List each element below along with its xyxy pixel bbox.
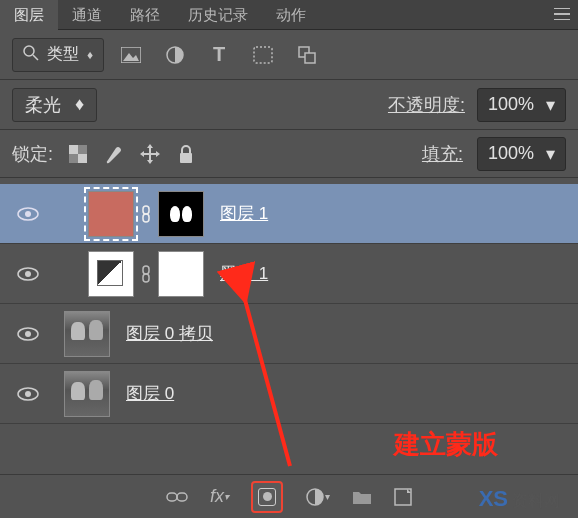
filter-adjust-icon[interactable] [164, 44, 186, 66]
link-icon[interactable] [134, 205, 158, 223]
lock-transparency-icon[interactable] [67, 143, 89, 165]
tab-layers[interactable]: 图层 [0, 0, 58, 30]
layer-thumb[interactable] [64, 311, 110, 357]
lock-label: 锁定: [12, 142, 53, 166]
layer-name[interactable]: 图层 0 [110, 382, 174, 405]
opacity-label: 不透明度: [388, 93, 465, 117]
opacity-input[interactable]: 100% ▾ [477, 88, 566, 122]
visibility-icon[interactable] [0, 387, 56, 401]
visibility-icon[interactable] [0, 327, 56, 341]
link-icon[interactable] [134, 265, 158, 283]
svg-rect-9 [78, 154, 87, 163]
svg-rect-8 [69, 145, 78, 154]
svg-rect-15 [143, 206, 149, 214]
group-icon[interactable] [352, 489, 372, 505]
filter-image-icon[interactable] [120, 44, 142, 66]
layer-row[interactable]: 图层 0 [0, 364, 578, 424]
svg-marker-3 [123, 53, 139, 61]
svg-rect-12 [180, 153, 192, 163]
layer-row[interactable]: 图层 1 [0, 184, 578, 244]
svg-point-24 [25, 391, 31, 397]
filter-type-label: 类型 [47, 44, 79, 65]
mask-thumb[interactable] [158, 191, 204, 237]
svg-rect-5 [254, 47, 272, 63]
fill-input[interactable]: 100% ▾ [477, 137, 566, 171]
lock-row: 锁定: 填充: 100% ▾ [0, 130, 578, 178]
visibility-icon[interactable] [0, 267, 56, 281]
layer-name[interactable]: 图层 0 拷贝 [110, 322, 213, 345]
link-layers-icon[interactable] [166, 490, 188, 504]
panel-tabs: 图层 通道 路径 历史记录 动作 [0, 0, 578, 30]
svg-rect-11 [69, 154, 78, 163]
svg-point-14 [25, 211, 31, 217]
svg-point-18 [25, 271, 31, 277]
svg-rect-19 [143, 266, 149, 274]
svg-rect-20 [143, 274, 149, 282]
opacity-value: 100% [488, 94, 534, 115]
filter-type-icon[interactable]: T [208, 44, 230, 66]
watermark-text: 资料网 [512, 491, 560, 512]
lock-paint-icon[interactable] [103, 143, 125, 165]
svg-rect-16 [143, 214, 149, 222]
filter-shape-icon[interactable] [252, 44, 274, 66]
watermark-brand: XS [479, 486, 508, 512]
fill-value: 100% [488, 143, 534, 164]
svg-line-1 [33, 55, 38, 60]
filter-type-dropdown[interactable]: 类型 ♦ [12, 38, 104, 72]
layer-list: 图层 1 黑白 1 图层 0 拷贝 [0, 178, 578, 424]
layer-thumb[interactable] [64, 371, 110, 417]
add-mask-button[interactable] [251, 481, 283, 513]
layer-thumb[interactable] [88, 191, 134, 237]
tab-actions[interactable]: 动作 [262, 0, 320, 30]
new-layer-icon[interactable] [394, 488, 412, 506]
svg-rect-7 [305, 53, 315, 63]
layer-name[interactable]: 图层 1 [204, 202, 268, 225]
visibility-icon[interactable] [0, 207, 56, 221]
watermark: XS 资料网 [479, 486, 560, 512]
blend-mode-value: 柔光 [25, 93, 61, 117]
svg-rect-25 [167, 493, 177, 501]
fx-icon[interactable]: fx▾ [210, 486, 229, 507]
mask-thumb[interactable] [158, 251, 204, 297]
lock-all-icon[interactable] [175, 143, 197, 165]
annotation-text: 建立蒙版 [394, 427, 498, 462]
layer-thumb[interactable] [88, 251, 134, 297]
panel-menu-icon[interactable] [546, 6, 578, 24]
layers-panel: 图层 通道 路径 历史记录 动作 类型 ♦ T 柔光 ♦ 不透明度 [0, 0, 578, 518]
fill-label: 填充: [422, 142, 463, 166]
search-icon [23, 45, 39, 65]
svg-rect-26 [177, 493, 187, 501]
svg-point-22 [25, 331, 31, 337]
blend-row: 柔光 ♦ 不透明度: 100% ▾ [0, 80, 578, 130]
tab-paths[interactable]: 路径 [116, 0, 174, 30]
layer-row[interactable]: 图层 0 拷贝 [0, 304, 578, 364]
tab-channels[interactable]: 通道 [58, 0, 116, 30]
layer-name[interactable]: 黑白 1 [204, 262, 268, 285]
filter-smart-icon[interactable] [296, 44, 318, 66]
blend-mode-dropdown[interactable]: 柔光 ♦ [12, 88, 97, 122]
chevron-down-icon: ▾ [546, 143, 555, 165]
chevron-down-icon: ♦ [75, 94, 84, 115]
filter-row: 类型 ♦ T [0, 30, 578, 80]
adjustment-layer-icon[interactable]: ▾ [305, 487, 330, 507]
svg-rect-10 [78, 145, 87, 154]
chevron-down-icon: ♦ [87, 48, 93, 62]
lock-move-icon[interactable] [139, 143, 161, 165]
tab-history[interactable]: 历史记录 [174, 0, 262, 30]
chevron-down-icon: ▾ [546, 94, 555, 116]
svg-point-0 [24, 46, 34, 56]
layer-row[interactable]: 黑白 1 [0, 244, 578, 304]
